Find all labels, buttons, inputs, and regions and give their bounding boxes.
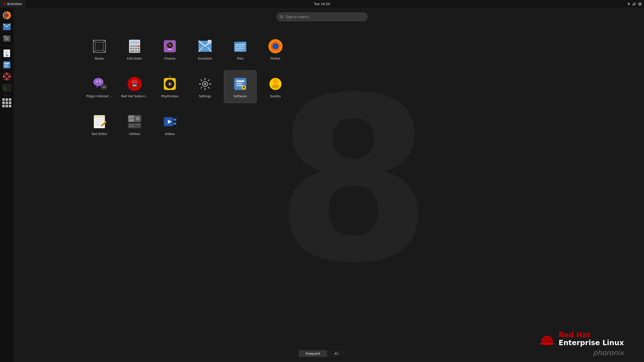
- files-icon: [232, 38, 248, 54]
- svg-rect-38: [138, 45, 140, 47]
- svg-text:▼: ▼: [243, 86, 245, 89]
- search-input[interactable]: [285, 15, 364, 19]
- disk-dock-icon: [2, 34, 11, 43]
- utilities-icon-wrapper: ⚙: [126, 113, 144, 131]
- app-grid: Boxes: [20, 28, 644, 342]
- cheese-label: Cheese: [164, 57, 175, 61]
- svg-line-32: [103, 50, 105, 52]
- topbar-right-icons: ⇅ 🔊 ⏻: [627, 2, 644, 6]
- svg-line-91: [208, 87, 210, 88]
- boxes-icon: [91, 38, 107, 54]
- app-row-1: Boxes: [83, 33, 644, 65]
- svg-line-31: [93, 50, 95, 52]
- evolution-icon-wrapper: [196, 37, 214, 55]
- phoronix-watermark: phoronix: [593, 349, 624, 357]
- app-item-utilities[interactable]: ⚙ Utilities: [118, 108, 151, 141]
- dock-item-terminal[interactable]: $_: [2, 83, 12, 93]
- files-label: Files: [237, 57, 244, 61]
- dock-item-evolution[interactable]: [2, 22, 12, 32]
- app-row-3: Text Editor ⚙ Ut: [83, 108, 644, 141]
- settings-label: Settings: [199, 95, 211, 99]
- svg-text:⚙: ⚙: [136, 117, 139, 120]
- svg-rect-114: [129, 119, 131, 121]
- svg-rect-97: [236, 80, 244, 82]
- svg-rect-122: [136, 124, 140, 125]
- help-dock-icon: [2, 72, 11, 81]
- app-item-boxes[interactable]: Boxes: [83, 33, 116, 65]
- svg-point-75: [104, 87, 104, 87]
- svg-rect-36: [133, 45, 135, 47]
- rhel-text: Red Hat Enterprise Linux: [559, 332, 624, 347]
- app-item-cheese[interactable]: Cheese: [153, 33, 186, 65]
- notes-dock-icon: [2, 49, 11, 58]
- text-editor-icon: [91, 114, 107, 130]
- svg-rect-127: [173, 123, 176, 125]
- software-icon: ▼: [232, 76, 248, 92]
- pidgin-label: Pidgin Internet ...: [86, 95, 112, 99]
- app-item-firefox[interactable]: Firefox: [259, 33, 292, 65]
- app-item-settings[interactable]: Settings: [189, 70, 221, 103]
- videos-label: Videos: [165, 132, 175, 136]
- svg-rect-57: [234, 42, 239, 44]
- svg-rect-61: [235, 50, 242, 51]
- rhel-hat-logo: [540, 333, 555, 346]
- search-bar[interactable]: [277, 13, 367, 21]
- software-dock-icon: [2, 60, 11, 69]
- svg-point-49: [169, 44, 171, 46]
- terminal-dock-icon: $_: [2, 83, 11, 93]
- svg-rect-119: [128, 123, 141, 128]
- dock-item-notes[interactable]: [2, 48, 12, 59]
- dock-item-appgrid[interactable]: [2, 98, 12, 108]
- boxes-label: Boxes: [95, 57, 104, 61]
- power-icon[interactable]: ⏻: [638, 2, 641, 6]
- svg-rect-106: [94, 115, 105, 118]
- app-item-calculator[interactable]: Calculator: [118, 33, 151, 65]
- svg-rect-14: [4, 63, 9, 64]
- svg-rect-28: [95, 42, 103, 50]
- app-item-files[interactable]: Files: [224, 33, 257, 65]
- app-item-pidgin[interactable]: Pidgin Internet ...: [83, 70, 116, 103]
- videos-icon-wrapper: [161, 113, 179, 131]
- evolution-dock-icon: [2, 22, 11, 31]
- app-item-text-editor[interactable]: Text Editor: [83, 108, 116, 141]
- svg-rect-15: [4, 65, 8, 65]
- rhythmbox-label: Rhythmbox: [161, 95, 179, 99]
- dock-item-software[interactable]: [2, 60, 12, 70]
- dock: $_: [0, 8, 14, 362]
- network-icon[interactable]: ⇅: [627, 2, 630, 6]
- dock-item-help[interactable]: [2, 71, 12, 82]
- app-item-software[interactable]: ▼ Software: [224, 70, 257, 103]
- tab-frequent[interactable]: Frequent: [299, 350, 327, 357]
- svg-rect-84: [169, 76, 170, 77]
- tab-all[interactable]: All: [327, 350, 345, 357]
- svg-rect-67: [96, 84, 101, 85]
- svg-point-103: [273, 79, 278, 84]
- pidgin-icon: [91, 76, 107, 92]
- svg-rect-39: [130, 48, 132, 50]
- rhel-sub-text: Enterprise Linux: [559, 339, 624, 347]
- volume-icon[interactable]: 🔊: [632, 2, 636, 6]
- text-editor-icon-wrapper: [90, 113, 108, 131]
- app-item-sundry[interactable]: Sundry: [259, 70, 292, 103]
- svg-point-74: [103, 87, 103, 87]
- app-item-rhythmbox[interactable]: Rhythmbox: [153, 70, 186, 103]
- svg-rect-45: [138, 50, 140, 52]
- sundry-icon: [267, 76, 284, 92]
- utilities-icon: ⚙: [127, 114, 143, 130]
- svg-point-18: [5, 75, 9, 78]
- svg-rect-113: [129, 116, 135, 118]
- svg-text:$_: $_: [4, 86, 8, 90]
- svg-rect-7: [4, 36, 6, 37]
- dock-item-firefox[interactable]: [2, 10, 12, 21]
- pidgin-icon-wrapper: [90, 75, 108, 93]
- app-item-redhat-sub[interactable]: RH Red Hat Subscri...: [118, 70, 151, 103]
- search-bar-wrapper: [277, 13, 367, 21]
- svg-rect-98: [236, 83, 242, 84]
- evolution-label: Evolution: [198, 57, 212, 61]
- app-item-videos[interactable]: Videos: [153, 108, 186, 141]
- sundry-label: Sundry: [270, 95, 281, 99]
- activities-button[interactable]: Activities: [0, 0, 25, 8]
- svg-rect-99: [236, 85, 243, 86]
- dock-item-disk[interactable]: [2, 33, 12, 44]
- app-item-evolution[interactable]: Evolution: [189, 33, 221, 65]
